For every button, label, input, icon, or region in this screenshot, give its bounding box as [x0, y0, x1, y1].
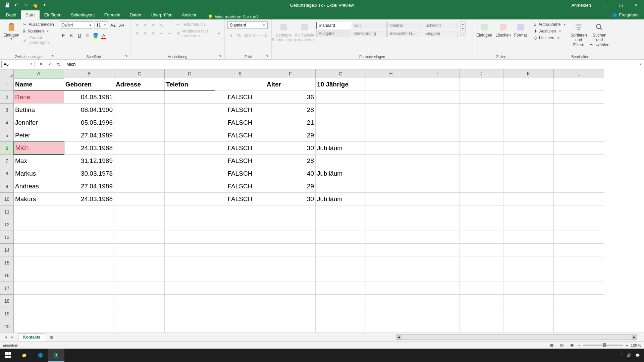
file-explorer-button[interactable]: 📁 [16, 349, 32, 362]
cell[interactable] [416, 269, 460, 282]
align-middle-button[interactable]: ≡ [142, 21, 149, 29]
cell[interactable] [165, 155, 215, 167]
cell[interactable] [215, 231, 265, 244]
cell[interactable]: Peter [14, 129, 64, 142]
cell[interactable]: Rene [14, 91, 64, 104]
cell[interactable]: 04.08.1981 [64, 91, 114, 104]
fx-button[interactable]: fx [54, 61, 62, 68]
cell[interactable] [416, 193, 460, 205]
cell[interactable] [265, 256, 316, 269]
cell[interactable]: 30 [265, 193, 316, 205]
autosum-button[interactable]: ΣAutoSumme▼ [533, 21, 567, 27]
cell[interactable] [215, 295, 265, 307]
col-header-B[interactable]: B [64, 69, 114, 78]
cell[interactable] [503, 104, 554, 116]
cell[interactable] [64, 320, 114, 333]
cell[interactable]: Telefon [165, 78, 215, 91]
format-cells-button[interactable]: Format [514, 21, 528, 39]
cell[interactable] [554, 167, 604, 180]
cell[interactable] [554, 155, 604, 167]
cell[interactable] [366, 155, 416, 167]
cell[interactable]: Max [14, 155, 64, 167]
cut-button[interactable]: ✂Ausschneiden [22, 21, 55, 27]
clipboard-dialog-launcher[interactable]: ⬊ [51, 54, 55, 58]
cell[interactable] [165, 180, 215, 193]
cell[interactable] [460, 231, 503, 244]
tray-volume-icon[interactable]: 🔊 [627, 353, 631, 358]
cell[interactable] [503, 78, 554, 91]
cell[interactable] [503, 205, 554, 218]
cell[interactable] [554, 256, 604, 269]
cell[interactable] [114, 269, 165, 282]
cell[interactable] [554, 205, 604, 218]
cell[interactable] [316, 307, 366, 320]
cell[interactable] [460, 307, 503, 320]
cell[interactable] [215, 205, 265, 218]
cell[interactable] [114, 180, 165, 193]
normal-view-button[interactable]: ▦ [548, 342, 555, 348]
style-standard[interactable]: Standard [316, 22, 351, 29]
cell[interactable]: 28 [265, 104, 316, 116]
cell[interactable] [503, 155, 554, 167]
alignment-dialog-launcher[interactable]: ⬊ [219, 54, 223, 58]
cell[interactable] [165, 129, 215, 142]
style-gut[interactable]: Gut [352, 22, 387, 29]
edge-button[interactable]: 🌐 [32, 349, 48, 362]
cell[interactable] [366, 244, 416, 256]
cell[interactable] [416, 104, 460, 116]
italic-button[interactable]: K [68, 32, 75, 39]
qat-customize-icon[interactable]: ▼ [42, 2, 48, 8]
cell[interactable]: FALSCH [215, 116, 265, 129]
cell[interactable] [503, 307, 554, 320]
cell[interactable]: 29 [265, 180, 316, 193]
cell[interactable]: Jennifer [14, 116, 64, 129]
cell[interactable] [503, 218, 554, 231]
cell[interactable] [14, 256, 64, 269]
row-header[interactable]: 7 [0, 155, 14, 167]
style-neutral[interactable]: Neutral [387, 22, 422, 29]
cell[interactable]: Jubiläum [316, 167, 366, 180]
cell[interactable] [460, 155, 503, 167]
cell[interactable] [14, 231, 64, 244]
cell[interactable] [316, 205, 366, 218]
comma-button[interactable]: 000 [244, 32, 251, 39]
cell[interactable] [165, 307, 215, 320]
page-layout-view-button[interactable]: ▤ [558, 342, 566, 348]
increase-indent-button[interactable]: ⇥ [166, 29, 173, 37]
cell[interactable]: 08.04.1990 [64, 104, 114, 116]
row-header[interactable]: 19 [0, 307, 14, 320]
tab-daten[interactable]: Daten [125, 10, 146, 19]
cell[interactable] [460, 116, 503, 129]
row-header[interactable]: 12 [0, 218, 14, 231]
cell[interactable]: Name [14, 78, 64, 91]
paste-button[interactable]: Einfügen ▼ [3, 21, 20, 42]
cell[interactable] [215, 244, 265, 256]
cell[interactable] [460, 180, 503, 193]
cell[interactable] [366, 116, 416, 129]
cell[interactable] [366, 320, 416, 333]
cell[interactable] [316, 91, 366, 104]
align-bottom-button[interactable]: ≡ [150, 21, 157, 29]
cell[interactable] [416, 78, 460, 91]
cell[interactable] [114, 256, 165, 269]
cell[interactable] [554, 78, 604, 91]
maximize-button[interactable]: ▢ [613, 0, 629, 10]
cell[interactable]: FALSCH [215, 167, 265, 180]
formula-input[interactable] [64, 61, 637, 68]
spreadsheet-grid[interactable]: A B C D E F G H I J K L 1 Name Geboren A… [0, 69, 644, 333]
cell[interactable]: 29 [265, 129, 316, 142]
cell[interactable] [14, 205, 64, 218]
col-header-G[interactable]: G [316, 69, 366, 78]
cell[interactable] [215, 78, 265, 91]
cell[interactable] [316, 244, 366, 256]
cell[interactable] [265, 295, 316, 307]
cell[interactable] [114, 129, 165, 142]
cell[interactable] [554, 295, 604, 307]
cell[interactable] [460, 78, 503, 91]
cell[interactable] [416, 295, 460, 307]
delete-cells-button[interactable]: Löschen [495, 21, 511, 39]
font-color-button[interactable]: A [100, 32, 107, 39]
align-top-button[interactable]: ≡ [133, 21, 141, 29]
row-header[interactable]: 1 [0, 78, 14, 91]
cell[interactable] [554, 282, 604, 295]
